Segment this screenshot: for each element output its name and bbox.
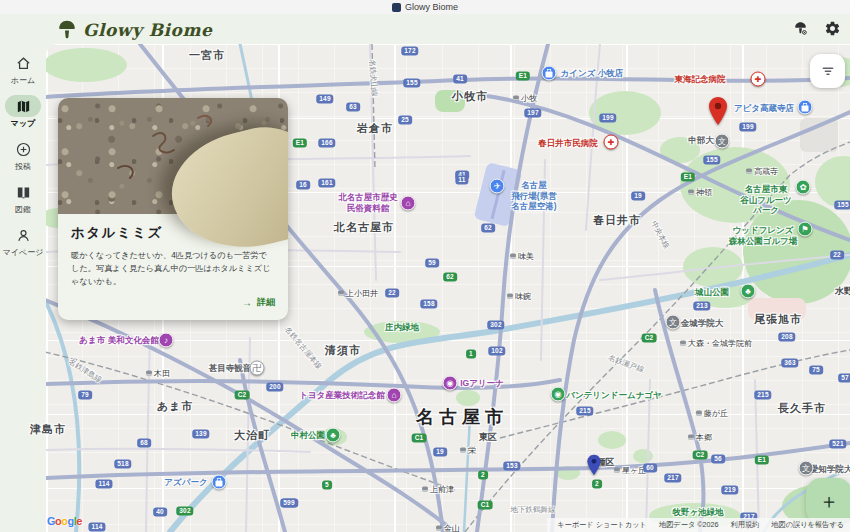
route-badge: 60 xyxy=(643,463,657,472)
map-station-label[interactable]: 星ヶ丘 xyxy=(614,465,646,476)
route-badge: 302 xyxy=(487,320,504,329)
museum-poi-icon[interactable]: ⌂ xyxy=(401,196,416,211)
map-poi-label[interactable]: 城山公園 xyxy=(695,287,729,298)
route-badge: 521 xyxy=(829,439,846,448)
route-badge: 199 xyxy=(739,122,756,131)
map-station-label[interactable]: 金山 xyxy=(436,523,460,532)
map-station-label[interactable]: 上前津 xyxy=(422,484,454,495)
sidebar-item-mypage[interactable]: マイページ xyxy=(0,224,46,258)
app-logo[interactable]: Glowy Biome xyxy=(56,16,212,44)
route-badge: C2 xyxy=(693,450,708,459)
map-station-label[interactable]: 高蔵寺 xyxy=(746,166,778,177)
route-badge: 75 xyxy=(809,365,823,374)
plane-poi-icon[interactable]: ✈ xyxy=(490,179,505,194)
post-detail-link[interactable]: → 詳細 xyxy=(71,296,275,311)
map-poi-label[interactable]: アズパーク xyxy=(164,477,207,488)
header-actions xyxy=(790,18,842,38)
map-poi-label[interactable]: 庄内緑地 xyxy=(385,322,419,333)
mushroom-status-icon[interactable] xyxy=(790,18,810,38)
google-logo[interactable]: Google xyxy=(47,515,82,527)
arena-poi-icon[interactable]: ◉ xyxy=(443,376,458,391)
route-badge: 79 xyxy=(78,390,92,399)
filter-icon xyxy=(820,63,836,79)
sidebar-item-post[interactable]: 投稿 xyxy=(0,138,46,172)
map-poi-label[interactable]: バンテリンドームナゴヤ xyxy=(566,390,662,401)
school-poi-icon[interactable]: 文 xyxy=(715,134,730,149)
map-station-label[interactable]: 大森・金城学院前 xyxy=(680,338,752,349)
map-poi-label[interactable]: トヨタ産業技術記念館 xyxy=(299,390,385,401)
map-poi-label[interactable]: ウッドフレンズ森林公園ゴルフ場 xyxy=(729,225,798,246)
map-poi-label[interactable]: 名古屋市東谷山フルーツパーク xyxy=(740,184,792,216)
map-station-label[interactable]: 味鋺 xyxy=(507,291,531,302)
post-photo xyxy=(58,98,288,214)
hospital-poi-icon[interactable]: ✚ xyxy=(751,72,766,87)
stadium-poi-icon[interactable]: ◉ xyxy=(551,387,566,402)
museum-poi-icon[interactable]: ⌂ xyxy=(387,388,402,403)
shop-poi-icon[interactable] xyxy=(212,475,227,490)
map-city-label: 小牧市 xyxy=(452,89,488,104)
map-poi-label[interactable]: 中部大 xyxy=(688,135,714,146)
shop-poi-icon[interactable] xyxy=(542,66,557,81)
map-poi-label[interactable]: 名古屋飛行場(県営名古屋空港) xyxy=(511,180,556,212)
school-poi-icon[interactable]: 文 xyxy=(799,461,814,476)
route-badge: 2 xyxy=(592,479,602,488)
sidebar-item-label: ホーム xyxy=(11,75,35,86)
route-badge: 68 xyxy=(137,438,151,447)
park-poi-icon[interactable]: ♣ xyxy=(741,284,756,299)
route-badge: 158 xyxy=(420,299,437,308)
park-poi-icon[interactable]: ♣ xyxy=(326,428,341,443)
route-badge: 5 xyxy=(322,480,332,489)
route-badge: 16 xyxy=(296,180,310,189)
sidebar-item-zukan[interactable]: 図鑑 xyxy=(0,181,46,215)
music-poi-icon[interactable]: ♪ xyxy=(159,333,174,348)
route-badge: 217 xyxy=(664,473,681,482)
attribution-link[interactable]: キーボード ショートカット xyxy=(557,520,647,530)
map-station-label[interactable]: 上小田井 xyxy=(338,288,378,299)
route-badge: 62 xyxy=(443,272,457,281)
map-station-label[interactable]: 神領 xyxy=(688,187,712,198)
map-poi-label[interactable]: 愛知学院大 xyxy=(810,464,850,475)
train-station-icon xyxy=(510,254,516,259)
map-poi-label[interactable]: 中村公園 xyxy=(291,430,325,441)
map-poi-label[interactable]: 春日井市民病院 xyxy=(538,138,598,149)
map-poi-label[interactable]: 東海記念病院 xyxy=(675,74,726,85)
sidebar-item-home[interactable]: ホーム xyxy=(0,52,46,86)
map-station-label[interactable]: 木田 xyxy=(146,368,170,379)
map-station-label[interactable]: 本郷 xyxy=(688,432,712,443)
map-station-label[interactable]: 栄 xyxy=(460,445,476,456)
map-station-label[interactable]: 小牧 xyxy=(513,93,537,104)
map-poi-label[interactable]: 牧野ヶ池緑地 xyxy=(672,507,723,518)
route-badge: 215 xyxy=(576,406,593,415)
map-poi-label[interactable]: あま市 美和文化会館 xyxy=(79,335,158,346)
post-description: 暖かくなってきたせいか、4匹見つけるのも一苦労でした。写真よく見たら真ん中の一匹… xyxy=(71,249,275,288)
route-badge: 219 xyxy=(721,485,738,494)
attribution-link[interactable]: 地図の誤りを報告する xyxy=(771,520,844,530)
hospital-poi-icon[interactable]: ✚ xyxy=(604,135,619,150)
map-poi-label[interactable]: 甚目寺観音 xyxy=(209,363,252,374)
map-filter-button[interactable] xyxy=(810,54,845,88)
map-poi-label[interactable]: カインズ 小牧店 xyxy=(561,68,624,79)
map-poi-label[interactable]: 金城学院大 xyxy=(681,318,724,329)
map-poi-label[interactable]: IGアリーナ xyxy=(460,378,504,389)
train-station-icon xyxy=(436,526,442,531)
red-pin[interactable] xyxy=(706,96,730,130)
attribution-link[interactable]: 利用規約 xyxy=(731,520,760,530)
route-badge: 19 xyxy=(433,447,447,456)
route-badge: 172 xyxy=(401,46,418,55)
temple-poi-icon[interactable]: 卍 xyxy=(250,361,265,376)
post-preview-card[interactable]: ホタルミミズ 暖かくなってきたせいか、4匹見つけるのも一苦労でした。写真よく見た… xyxy=(58,98,288,320)
school-poi-icon[interactable]: 文 xyxy=(666,315,681,330)
train-station-icon xyxy=(746,169,752,174)
map-station-label[interactable]: 藤が丘 xyxy=(696,408,728,419)
flower-poi-icon[interactable]: ✿ xyxy=(796,180,811,195)
golf-poi-icon[interactable]: ⚑ xyxy=(798,222,813,237)
shop-poi-icon[interactable] xyxy=(798,100,813,115)
sidebar-item-map[interactable]: マップ xyxy=(0,95,46,129)
map-poi-label[interactable]: 北名古屋市歴史民俗資料館 xyxy=(338,192,398,213)
blue-pin[interactable] xyxy=(585,454,603,480)
settings-gear-icon[interactable] xyxy=(822,18,842,38)
route-badge: 213 xyxy=(693,301,710,310)
map-poi-label[interactable]: アピタ高蔵寺店 xyxy=(734,103,794,114)
route-badge: 166 xyxy=(318,138,335,147)
map-station-label[interactable]: 味美 xyxy=(510,251,534,262)
